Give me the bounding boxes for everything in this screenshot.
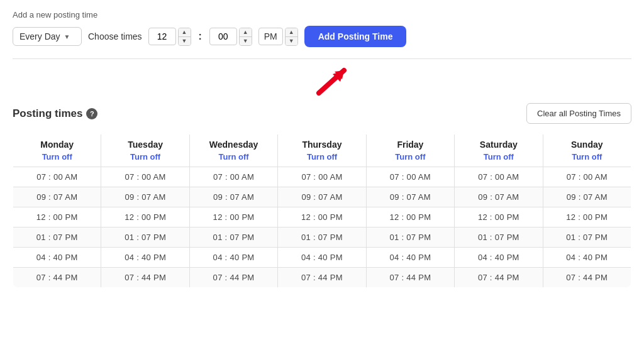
add-row: Every Day ▼ Choose times ▲ ▼ : ▲ ▼ PM ▲ … [13,26,631,59]
days-header-row: MondayTurn offTuesdayTurn offWednesdayTu… [13,134,631,167]
time-cell-saturday-3: 01 : 07 PM [455,228,543,248]
clear-all-button[interactable]: Clear all Posting Times [526,103,631,124]
day-header-tuesday: TuesdayTurn off [101,134,189,167]
time-cell-saturday-2: 12 : 00 PM [455,207,543,228]
minute-spinners: ▲ ▼ [239,28,252,46]
posting-times-header: Posting times ? Clear all Posting Times [13,103,631,124]
time-cell-monday-3: 01 : 07 PM [13,228,101,248]
time-cell-tuesday-5: 07 : 44 PM [101,268,189,288]
day-name-wednesday: Wednesday [192,140,275,150]
day-name-monday: Monday [16,140,98,150]
time-cell-tuesday-3: 01 : 07 PM [101,228,189,248]
choose-times-label: Choose times [88,31,142,41]
turn-off-thursday[interactable]: Turn off [280,152,363,162]
turn-off-wednesday[interactable]: Turn off [192,152,275,162]
time-cell-wednesday-5: 07 : 44 PM [189,268,277,288]
day-header-saturday: SaturdayTurn off [455,134,543,167]
help-icon: ? [86,108,97,119]
posting-times-title: Posting times ? [13,107,97,120]
time-row-2: 12 : 00 PM12 : 00 PM12 : 00 PM12 : 00 PM… [13,207,631,228]
time-cell-wednesday-4: 04 : 40 PM [189,248,277,268]
time-cell-wednesday-1: 09 : 07 AM [189,187,277,207]
time-cell-thursday-5: 07 : 44 PM [278,268,366,288]
schedule-table: MondayTurn offTuesdayTurn offWednesdayTu… [13,134,631,288]
time-cell-friday-5: 07 : 44 PM [366,268,454,288]
time-cell-sunday-1: 09 : 07 AM [543,187,631,207]
hour-input-group: ▲ ▼ [148,28,191,46]
time-cell-sunday-5: 07 : 44 PM [543,268,631,288]
ampm-down-btn[interactable]: ▼ [286,37,297,45]
time-row-5: 07 : 44 PM07 : 44 PM07 : 44 PM07 : 44 PM… [13,268,631,288]
time-cell-saturday-4: 04 : 40 PM [455,248,543,268]
time-row-3: 01 : 07 PM01 : 07 PM01 : 07 PM01 : 07 PM… [13,228,631,248]
day-header-monday: MondayTurn off [13,134,101,167]
day-dropdown-value: Every Day [19,31,60,41]
time-cell-monday-2: 12 : 00 PM [13,207,101,228]
minute-input[interactable] [209,28,237,45]
add-section-label: Add a new posting time [13,10,631,19]
day-name-saturday: Saturday [457,140,540,150]
day-header-thursday: ThursdayTurn off [278,134,366,167]
time-cell-friday-2: 12 : 00 PM [366,207,454,228]
turn-off-sunday[interactable]: Turn off [546,152,628,162]
time-cell-sunday-4: 04 : 40 PM [543,248,631,268]
time-cell-wednesday-2: 12 : 00 PM [189,207,277,228]
time-row-4: 04 : 40 PM04 : 40 PM04 : 40 PM04 : 40 PM… [13,248,631,268]
time-cell-saturday-0: 07 : 00 AM [455,167,543,187]
time-cell-thursday-0: 07 : 00 AM [278,167,366,187]
minute-up-btn[interactable]: ▲ [240,28,252,37]
turn-off-friday[interactable]: Turn off [369,152,452,162]
ampm-value: PM [264,31,277,41]
time-cell-thursday-2: 12 : 00 PM [278,207,366,228]
chevron-down-icon: ▼ [64,33,70,40]
time-row-0: 07 : 00 AM07 : 00 AM07 : 00 AM07 : 00 AM… [13,167,631,187]
time-cell-saturday-1: 09 : 07 AM [455,187,543,207]
hour-spinners: ▲ ▼ [178,28,191,46]
time-cell-friday-4: 04 : 40 PM [366,248,454,268]
time-cell-monday-5: 07 : 44 PM [13,268,101,288]
ampm-selector[interactable]: PM [258,28,283,45]
arrow-container [13,59,631,97]
hour-down-btn[interactable]: ▼ [179,37,191,45]
add-posting-time-button[interactable]: Add Posting Time [304,26,407,47]
posting-times-label: Posting times [13,107,82,120]
time-cell-friday-0: 07 : 00 AM [366,167,454,187]
time-cell-friday-1: 09 : 07 AM [366,187,454,207]
time-cell-tuesday-0: 07 : 00 AM [101,167,189,187]
turn-off-saturday[interactable]: Turn off [457,152,540,162]
time-cell-sunday-0: 07 : 00 AM [543,167,631,187]
ampm-group: PM ▲ ▼ [258,28,298,46]
day-name-thursday: Thursday [280,140,363,150]
time-cell-friday-3: 01 : 07 PM [366,228,454,248]
ampm-up-btn[interactable]: ▲ [286,28,297,37]
red-arrow-icon [309,62,360,99]
hour-input[interactable] [148,28,176,45]
time-cell-wednesday-0: 07 : 00 AM [189,167,277,187]
time-cell-monday-0: 07 : 00 AM [13,167,101,187]
hour-up-btn[interactable]: ▲ [179,28,191,37]
turn-off-tuesday[interactable]: Turn off [104,152,186,162]
time-cell-sunday-3: 01 : 07 PM [543,228,631,248]
time-cell-thursday-1: 09 : 07 AM [278,187,366,207]
day-dropdown[interactable]: Every Day ▼ [13,27,82,46]
time-cell-monday-1: 09 : 07 AM [13,187,101,207]
day-name-tuesday: Tuesday [104,140,186,150]
day-header-friday: FridayTurn off [366,134,454,167]
day-name-friday: Friday [369,140,452,150]
time-cell-wednesday-3: 01 : 07 PM [189,228,277,248]
minute-down-btn[interactable]: ▼ [240,37,252,45]
minute-input-group: ▲ ▼ [209,28,252,46]
time-cell-saturday-5: 07 : 44 PM [455,268,543,288]
day-name-sunday: Sunday [546,140,628,150]
time-cell-thursday-4: 04 : 40 PM [278,248,366,268]
day-header-wednesday: WednesdayTurn off [189,134,277,167]
ampm-spinners: ▲ ▼ [285,28,298,46]
time-cell-tuesday-2: 12 : 00 PM [101,207,189,228]
time-cell-sunday-2: 12 : 00 PM [543,207,631,228]
day-header-sunday: SundayTurn off [543,134,631,167]
time-row-1: 09 : 07 AM09 : 07 AM09 : 07 AM09 : 07 AM… [13,187,631,207]
turn-off-monday[interactable]: Turn off [16,152,98,162]
time-cell-thursday-3: 01 : 07 PM [278,228,366,248]
time-cell-monday-4: 04 : 40 PM [13,248,101,268]
time-cell-tuesday-4: 04 : 40 PM [101,248,189,268]
